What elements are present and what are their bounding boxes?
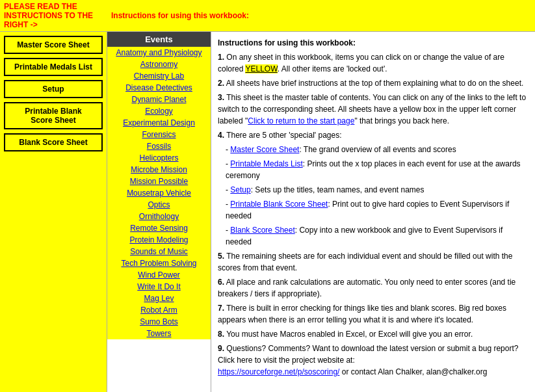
instructions-title: Instructions for using this workbook: bbox=[218, 38, 356, 47]
event-link-14[interactable]: Ornithology bbox=[107, 211, 211, 222]
event-link-9[interactable]: Helicopters bbox=[107, 152, 211, 164]
instruction-2: 2. All sheets have brief instructions at… bbox=[218, 77, 528, 89]
instruction-1: 1. On any sheet in this workbook, items … bbox=[218, 51, 528, 75]
instruction-4: 4. There are 5 other 'special' pages: bbox=[218, 129, 528, 141]
printable-medals-link[interactable]: Printable Medals List bbox=[230, 159, 302, 168]
blank-score-link[interactable]: Blank Score Sheet bbox=[230, 226, 294, 235]
event-link-17[interactable]: Sounds of Music bbox=[107, 246, 211, 257]
master-score-sheet-link[interactable]: Master Score Sheet bbox=[230, 145, 299, 154]
printable-blank-link[interactable]: Printable Blank Score Sheet bbox=[230, 200, 328, 209]
event-link-6[interactable]: Experimental Design bbox=[107, 117, 211, 129]
event-link-22[interactable]: Robot Arm bbox=[107, 304, 211, 316]
instruction-5: 5. The remaining sheets are for each ind… bbox=[218, 250, 528, 274]
sourceforge-link[interactable]: https://sourceforge.net/p/soscoring/ bbox=[218, 367, 339, 376]
event-link-4[interactable]: Dynamic Planet bbox=[107, 94, 211, 105]
printable-medals-list-button[interactable]: Printable Medals List bbox=[4, 58, 103, 76]
event-link-15[interactable]: Remote Sensing bbox=[107, 222, 211, 234]
sidebar: Master Score Sheet Printable Medals List… bbox=[0, 32, 107, 392]
event-link-0[interactable]: Anatomy and Physiology bbox=[107, 47, 211, 59]
event-link-2[interactable]: Chemistry Lab bbox=[107, 70, 211, 82]
instruction-4b: - Printable Medals List: Prints out the … bbox=[226, 158, 528, 181]
event-link-20[interactable]: Write It Do It bbox=[107, 281, 211, 293]
event-link-19[interactable]: Wind Power bbox=[107, 269, 211, 281]
banner-right: Instructions for using this workbook: bbox=[111, 11, 531, 20]
blank-score-sheet-button[interactable]: Blank Score Sheet bbox=[4, 133, 103, 151]
event-link-23[interactable]: Sumo Bots bbox=[107, 316, 211, 328]
instruction-4a: - Master Score Sheet: The grand overview… bbox=[226, 144, 528, 155]
event-link-11[interactable]: Mission Possible bbox=[107, 176, 211, 187]
instructions-panel: Instructions for using this workbook: 1.… bbox=[211, 32, 535, 392]
banner-right-text: Instructions for using this workbook: bbox=[111, 11, 249, 20]
instruction-4c: - Setup: Sets up the titles, team names,… bbox=[226, 184, 528, 196]
instruction-7: 7. There is built in error checking for … bbox=[218, 302, 528, 326]
banner-left: PLEASE READ THE INSTRUCTIONS TO THE RIGH… bbox=[4, 2, 111, 29]
event-link-5[interactable]: Ecology bbox=[107, 105, 211, 117]
events-column: Events Anatomy and PhysiologyAstronomyCh… bbox=[107, 32, 211, 392]
instruction-8: 8. You must have Macros enabled in Excel… bbox=[218, 328, 528, 340]
instruction-6: 6. All place and rank calculations are a… bbox=[218, 276, 528, 300]
instruction-4d: - Printable Blank Score Sheet: Print out… bbox=[226, 198, 528, 222]
event-link-8[interactable]: Fossils bbox=[107, 140, 211, 152]
events-list: Anatomy and PhysiologyAstronomyChemistry… bbox=[107, 47, 211, 339]
top-banner: PLEASE READ THE INSTRUCTIONS TO THE RIGH… bbox=[0, 0, 535, 32]
event-link-7[interactable]: Forensics bbox=[107, 129, 211, 140]
event-link-18[interactable]: Tech Problem Solving bbox=[107, 257, 211, 269]
master-score-sheet-button[interactable]: Master Score Sheet bbox=[4, 36, 103, 54]
instruction-3: 3. This sheet is the master table of con… bbox=[218, 92, 528, 127]
event-link-21[interactable]: Mag Lev bbox=[107, 293, 211, 304]
instruction-4e: - Blank Score Sheet: Copy into a new wor… bbox=[226, 224, 528, 248]
event-link-16[interactable]: Protein Modeling bbox=[107, 234, 211, 246]
event-link-3[interactable]: Disease Detectives bbox=[107, 82, 211, 94]
return-link[interactable]: Click to return to the start page bbox=[248, 116, 354, 125]
setup-link[interactable]: Setup bbox=[230, 185, 250, 194]
event-link-1[interactable]: Astronomy bbox=[107, 59, 211, 70]
printable-blank-score-sheet-button[interactable]: Printable BlankScore Sheet bbox=[4, 102, 103, 129]
main-layout: Master Score Sheet Printable Medals List… bbox=[0, 32, 535, 392]
event-link-13[interactable]: Optics bbox=[107, 199, 211, 211]
setup-button[interactable]: Setup bbox=[4, 80, 103, 98]
instruction-9: 9. Questions? Comments? Want to download… bbox=[218, 343, 528, 378]
event-link-24[interactable]: Towers bbox=[107, 328, 211, 339]
event-link-10[interactable]: Microbe Mission bbox=[107, 164, 211, 176]
events-header: Events bbox=[107, 32, 211, 47]
banner-left-text: PLEASE READ THE INSTRUCTIONS TO THE RIGH… bbox=[4, 2, 93, 29]
event-link-12[interactable]: Mousetrap Vehicle bbox=[107, 187, 211, 199]
